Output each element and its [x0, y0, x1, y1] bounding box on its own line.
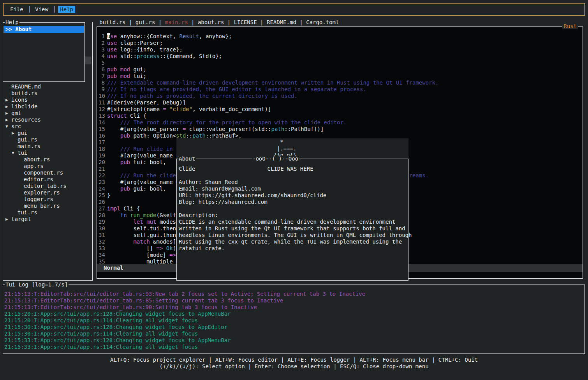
tree-item-editor-tab-rs[interactable]: editor_tab.rs — [3, 183, 92, 189]
code-text: impl Cli { — [107, 205, 140, 212]
menu-item-file[interactable]: File — [8, 6, 25, 13]
line-number: 8 — [99, 80, 105, 86]
code-token: /// If no flags are provided, the GUI ed… — [107, 86, 366, 92]
code-text: /// Run clide in h — [107, 146, 179, 152]
tree-item-editor-rs[interactable]: editor.rs — [3, 176, 92, 183]
tab-build-rs[interactable]: build.rs — [99, 19, 125, 26]
code-token — [166, 106, 169, 112]
code-token: std:: — [117, 53, 137, 59]
code-line-13: 13struct Cli { — [97, 113, 582, 119]
tab-separator: | — [296, 19, 306, 26]
tree-item-tui-rs[interactable]: tui.rs — [3, 209, 92, 216]
tree-item-target[interactable]: ▶target — [3, 216, 92, 223]
tab-main-rs[interactable]: main.rs — [165, 19, 188, 26]
code-line-3: 3use log::{info, trace}; — [97, 46, 582, 53]
tab-gui-rs[interactable]: gui.rs — [136, 19, 155, 26]
code-token: /// If no path is provided, the current … — [107, 93, 298, 99]
about-dialog-box: About -ooO--(_)--Ooo- Clide CLIDE WAS HE… — [176, 159, 408, 281]
code-text: [mode] => — [107, 252, 176, 258]
shortcut-line-2: (↑/k)/(↓/j): Select option | Enter: Choo… — [0, 363, 588, 370]
code-token — [143, 219, 146, 225]
tree-item-qml[interactable]: ▶qml — [3, 110, 92, 117]
code-text: match &modes[. — [107, 239, 179, 245]
tree-item-menu-bar-rs[interactable]: menu_bar.rs — [3, 203, 92, 209]
tree-item-explorer-rs[interactable]: explorer.rs — [3, 189, 92, 196]
tree-item-gui-rs[interactable]: gui.rs — [3, 136, 92, 143]
tree-item-label: tui — [18, 150, 27, 156]
code-token — [107, 239, 133, 245]
menu-separator: │ — [28, 6, 31, 12]
line-number: 24 — [99, 186, 105, 192]
code-text: #[arg(value_name = — [107, 152, 179, 159]
code-text: use clap::Parser; — [107, 40, 163, 46]
tree-item-libclide[interactable]: ▶libclide — [3, 103, 92, 110]
line-number: 29 — [99, 219, 105, 225]
tree-item-readme-md[interactable]: README.md — [3, 83, 92, 90]
tree-item-component-rs[interactable]: component.rs — [3, 170, 92, 176]
tab-cargo-toml[interactable]: Cargo.toml — [306, 19, 339, 26]
tree-item-tui[interactable]: ▼tui — [3, 150, 92, 156]
code-token: "clide" — [169, 106, 192, 112]
tree-indent-spacer — [12, 143, 18, 150]
code-token: Ok — [166, 245, 173, 251]
tree-item-label: icons — [11, 97, 28, 103]
menu-item-about[interactable]: >> About — [4, 26, 84, 33]
code-text: #[derive(Parser, Debug)] — [107, 99, 186, 106]
line-number: 6 — [99, 66, 105, 73]
code-token: path — [271, 126, 284, 132]
code-token: use — [107, 46, 117, 53]
tree-item-build-rs[interactable]: build.rs — [3, 90, 92, 97]
code-token: #[derive(Parser, Debug)] — [107, 99, 186, 106]
tree-indent-spacer — [5, 83, 11, 90]
tree-item-src[interactable]: ▼src — [3, 123, 92, 130]
code-token: = — [163, 106, 166, 112]
tree-item-logger-rs[interactable]: logger.rs — [3, 196, 92, 203]
code-token: process — [137, 53, 160, 59]
tab-about-rs[interactable]: about.rs — [198, 19, 224, 26]
log-entry: 21:15:20:I:App:src/tui/app.rs:128:Changi… — [4, 311, 584, 317]
chevron-right-icon: ▶ — [5, 117, 11, 123]
code-token: use — [107, 53, 117, 59]
line-number: 34 — [99, 252, 105, 258]
menu-item-view[interactable]: View — [33, 6, 50, 13]
code-token: self.tui.then( — [107, 225, 179, 232]
explorer-scrollbar-thumb[interactable] — [85, 57, 91, 64]
code-token: pub — [107, 73, 117, 79]
tab-separator: | — [125, 19, 135, 26]
code-token: mod — [120, 66, 130, 72]
tab-license[interactable]: LICENSE — [234, 19, 257, 26]
tree-item-icons[interactable]: ▶icons — [3, 97, 92, 103]
chevron-right-icon: ▶ — [12, 130, 18, 136]
ascii-art-monkey-arms: -ooO--(_)--Ooo- — [252, 156, 301, 162]
tree-item-main-rs[interactable]: main.rs — [3, 143, 92, 150]
tab-readme-md[interactable]: README.md — [267, 19, 296, 26]
line-number: 7 — [99, 73, 105, 80]
code-token: pub — [120, 186, 130, 192]
menu-item-help[interactable]: Help — [58, 6, 75, 13]
tab-separator: | — [257, 19, 267, 26]
log-entry: 21:15:13:T:EditorTab:src/tui/editor_tab.… — [4, 291, 584, 297]
log-panel-title: Tui Log [log=1.7/s] — [5, 281, 69, 288]
tree-item-label: explorer.rs — [24, 189, 60, 196]
about-dialog: * |.===. {}o o{} About -ooO--(_)--Ooo- C… — [176, 138, 408, 281]
code-token — [107, 159, 120, 165]
line-number: 3 — [99, 46, 105, 53]
tree-item-label: main.rs — [18, 143, 40, 150]
tree-item-app-rs[interactable]: app.rs — [3, 163, 92, 170]
line-number: 1 — [99, 33, 105, 40]
tree-item-label: app.rs — [24, 163, 44, 170]
code-text: /// The root directory for the project t… — [107, 119, 347, 126]
tree-item-about-rs[interactable]: about.rs — [3, 156, 92, 163]
tree-item-resources[interactable]: ▶resources — [3, 117, 92, 123]
tab-separator: | — [224, 19, 234, 26]
mode-indicator: Normal — [104, 265, 123, 271]
tree-item-label: resources — [11, 117, 41, 123]
line-number: 12 — [99, 106, 105, 113]
line-number: 9 — [99, 86, 105, 93]
code-text: struct Cli { — [107, 113, 146, 119]
tree-item-gui[interactable]: ▶gui — [3, 130, 92, 136]
tab-separator: | — [188, 19, 198, 26]
code-token: Cli { — [120, 205, 140, 212]
code-line-2: 2use clap::Parser; — [97, 40, 582, 46]
code-token: pub — [107, 66, 117, 72]
